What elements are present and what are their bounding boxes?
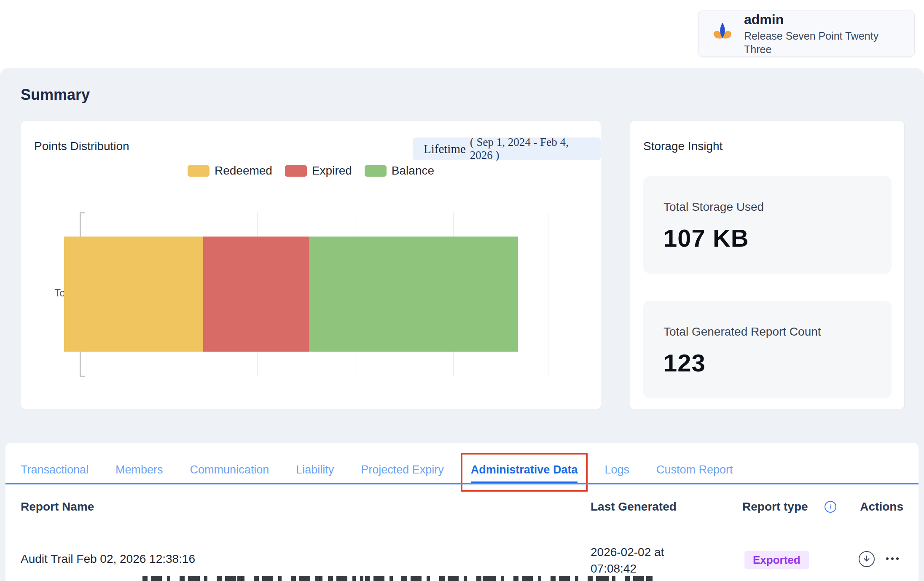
tab-logs[interactable]: Logs xyxy=(604,463,629,483)
download-icon xyxy=(862,554,871,564)
points-card-title: Points Distribution xyxy=(34,140,129,153)
metric-label: Total Storage Used xyxy=(663,200,892,214)
storage-insight-card: Storage Insight Total Storage Used 107 K… xyxy=(630,121,905,409)
metric-value: 107 KB xyxy=(663,225,892,252)
bar-segment-balance xyxy=(309,237,518,352)
bar-segment-expired xyxy=(203,237,309,352)
period-label: Lifetime xyxy=(424,142,466,156)
row-menu-button[interactable] xyxy=(884,556,900,562)
storage-used-box: Total Storage Used 107 KB xyxy=(643,176,892,274)
status-badge: Exported xyxy=(744,551,809,569)
ellipsis-icon xyxy=(896,557,899,560)
metric-label: Total Generated Report Count xyxy=(663,325,892,339)
legend-swatch-redeemed xyxy=(188,165,210,177)
legend-label: Balance xyxy=(392,164,434,178)
legend-item-redeemed[interactable]: Redeemed xyxy=(188,164,272,178)
metric-value: 123 xyxy=(663,350,892,377)
legend-label: Redeemed xyxy=(215,164,272,178)
period-selector-chip[interactable]: Lifetime ( Sep 1, 2024 - Feb 4, 2026 ) xyxy=(413,137,601,160)
tab-transactional[interactable]: Transactional xyxy=(21,463,89,483)
report-name-cell: Audit Trail Feb 02, 2026 12:38:16 xyxy=(21,552,195,566)
clipped-next-table-row xyxy=(142,576,661,581)
stacked-bar-total xyxy=(64,237,518,352)
last-generated-line2: 07:08:42 xyxy=(591,560,664,577)
bar-segment-redeemed xyxy=(64,237,203,352)
period-range: ( Sep 1, 2024 - Feb 4, 2026 ) xyxy=(470,136,590,162)
legend-label: Expired xyxy=(312,164,352,178)
legend-item-expired[interactable]: Expired xyxy=(285,164,352,178)
points-distribution-card: Points Distribution Lifetime ( Sep 1, 20… xyxy=(21,121,601,409)
storage-card-title: Storage Insight xyxy=(643,140,723,153)
tab-projected-expiry[interactable]: Projected Expiry xyxy=(361,463,444,483)
chart-legend: Redeemed Expired Balance xyxy=(21,164,601,178)
report-count-box: Total Generated Report Count 123 xyxy=(643,301,892,398)
tab-custom-report[interactable]: Custom Report xyxy=(656,463,733,483)
column-header-report-name: Report Name xyxy=(21,500,94,514)
report-type-info-icon[interactable]: i xyxy=(825,501,836,513)
lotus-logo-icon xyxy=(709,20,736,48)
tab-label: Administrative Data xyxy=(471,463,578,476)
header-bar: admin Release Seven Point Twenty Three xyxy=(0,0,924,68)
reports-card: Transactional Members Communication Liab… xyxy=(5,443,919,581)
user-release: Release Seven Point Twenty Three xyxy=(744,29,903,56)
gridline xyxy=(548,212,548,376)
column-header-actions: Actions xyxy=(860,500,903,514)
column-header-report-type: Report type xyxy=(742,500,808,514)
legend-item-balance[interactable]: Balance xyxy=(365,164,434,178)
download-button[interactable] xyxy=(859,551,875,567)
user-name: admin xyxy=(744,11,903,27)
column-header-last-generated: Last Generated xyxy=(591,500,677,514)
tabs-underline xyxy=(5,483,919,484)
tab-communication[interactable]: Communication xyxy=(190,463,269,483)
page-title: Summary xyxy=(21,86,90,104)
tabs-row: Transactional Members Communication Liab… xyxy=(21,463,733,483)
last-generated-line1: 2026-02-02 at xyxy=(591,544,664,560)
tab-members[interactable]: Members xyxy=(116,463,163,483)
user-chip[interactable]: admin Release Seven Point Twenty Three xyxy=(698,11,915,57)
legend-swatch-balance xyxy=(365,165,387,177)
tab-administrative-data[interactable]: Administrative Data xyxy=(471,463,578,483)
tab-liability[interactable]: Liability xyxy=(296,463,334,483)
ellipsis-icon xyxy=(891,557,894,560)
last-generated-cell: 2026-02-02 at 07:08:42 xyxy=(591,544,664,577)
legend-swatch-expired xyxy=(285,165,307,177)
ellipsis-icon xyxy=(886,557,889,560)
